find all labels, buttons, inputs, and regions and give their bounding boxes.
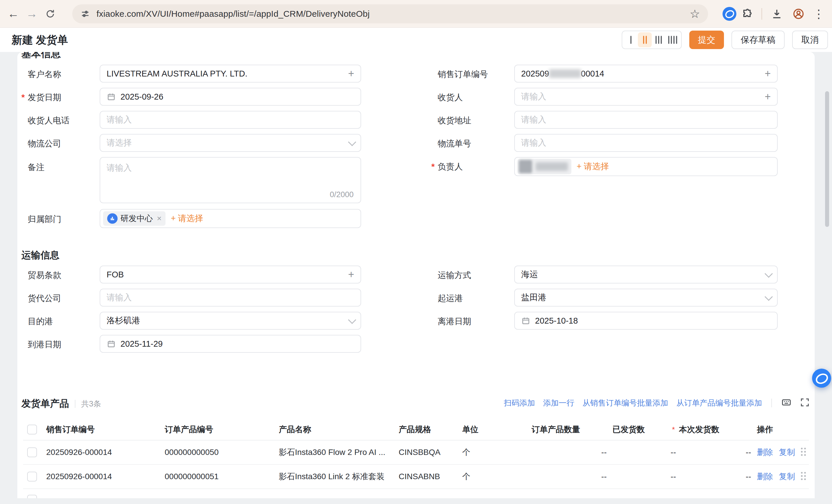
back-arrow-icon[interactable]: ← <box>4 5 23 23</box>
add-row-link[interactable]: 添加一行 <box>543 398 574 408</box>
cell-order-qty: -- <box>601 472 607 481</box>
row-delete-link[interactable]: 删除 <box>757 471 773 482</box>
destination-port-label: 目的港 <box>28 316 53 327</box>
drag-handle-icon[interactable] <box>800 471 807 482</box>
trade-terms-value: FOB <box>107 270 124 279</box>
drag-handle-icon[interactable] <box>800 447 807 458</box>
layout-three-column[interactable] <box>652 32 666 47</box>
menu-kebab-icon[interactable]: ⋮ <box>809 4 829 24</box>
layout-two-column[interactable] <box>638 32 652 47</box>
url-text[interactable]: fxiaoke.com/XV/UI/Home#paasapp/list/=/ap… <box>97 9 690 19</box>
layout-column-toggle[interactable] <box>622 31 682 49</box>
section-products-title: 发货单产品 <box>21 397 69 410</box>
cell-shipped-qty: -- <box>671 472 676 481</box>
row-delete-link[interactable]: 删除 <box>757 447 773 458</box>
products-table: 销售订单编号 订单产品编号 产品名称 产品规格 单位 订单产品数量 已发货数 *… <box>23 419 809 498</box>
sales-order-field[interactable]: 20250900014 + <box>514 65 778 83</box>
batch-by-sales-order-link[interactable]: 从销售订单编号批量添加 <box>582 398 668 408</box>
cancel-button[interactable]: 取消 <box>792 31 828 49</box>
cell-unit: 个 <box>462 447 470 458</box>
eta-field[interactable]: 2025-11-29 <box>100 335 361 353</box>
transport-mode-value: 海运 <box>521 269 538 280</box>
trade-terms-field[interactable]: FOB + <box>100 265 361 283</box>
departure-port-label: 起运港 <box>438 293 463 304</box>
sales-order-lookup-plus-icon[interactable]: + <box>765 68 771 79</box>
owner-tag[interactable] <box>518 159 571 174</box>
owner-field[interactable]: + 请选择 <box>514 157 778 176</box>
row-copy-link[interactable]: 复制 <box>779 471 795 482</box>
cell-sales-order-no: 20250926-000014 <box>46 472 112 481</box>
scan-add-link[interactable]: 扫码添加 <box>504 398 535 408</box>
transport-mode-select[interactable]: 海运 <box>514 265 778 283</box>
logistics-no-field[interactable]: 请输入 <box>514 134 778 152</box>
sales-order-redacted <box>549 69 581 78</box>
cell-order-product-no: 000000000050 <box>165 448 219 457</box>
submit-button[interactable]: 提交 <box>689 31 724 49</box>
customer-name-field[interactable]: LIVESTREAM AUSTRALIA PTY. LTD. + <box>100 65 361 83</box>
layout-one-column[interactable] <box>624 32 638 47</box>
logistics-company-placeholder: 请选择 <box>107 137 132 149</box>
consignee-lookup-plus-icon[interactable]: + <box>765 91 771 102</box>
consignee-phone-label: 收货人电话 <box>28 115 70 127</box>
etd-label: 离港日期 <box>438 316 471 327</box>
department-field[interactable]: 研发中心 × + 请选择 <box>100 209 361 228</box>
fxiaoke-assistant-fab[interactable] <box>812 369 831 388</box>
extensions-puzzle-icon[interactable] <box>737 4 756 24</box>
customer-name-label: 客户名称 <box>28 69 61 80</box>
bookmark-star-icon[interactable]: ☆ <box>690 7 700 21</box>
row-copy-link[interactable]: 复制 <box>779 447 795 458</box>
ship-address-field[interactable]: 请输入 <box>514 111 778 129</box>
batch-by-order-product-link[interactable]: 从订单产品编号批量添加 <box>676 398 762 408</box>
department-remove-icon[interactable]: × <box>157 214 161 223</box>
consignee-phone-field[interactable]: 请输入 <box>100 111 361 129</box>
eta-value: 2025-11-29 <box>121 339 163 349</box>
trade-terms-lookup-plus-icon[interactable]: + <box>348 269 354 280</box>
etd-value: 2025-10-18 <box>535 316 578 326</box>
products-count: 共3条 <box>81 399 101 409</box>
chevron-down-icon <box>765 270 773 278</box>
row-checkbox[interactable] <box>27 472 37 481</box>
department-label: 归属部门 <box>28 214 61 225</box>
departure-port-select[interactable]: 盐田港 <box>514 289 778 307</box>
owner-select-link[interactable]: + 请选择 <box>577 161 609 172</box>
department-tag[interactable]: 研发中心 × <box>103 211 165 226</box>
chevron-down-icon <box>348 316 356 324</box>
browser-toolbar: ← → fxiaoke.com/XV/UI/Home#paasapp/list/… <box>0 0 832 28</box>
download-icon[interactable] <box>767 4 787 24</box>
consignee-field[interactable]: 请输入 + <box>514 88 778 106</box>
department-select-link[interactable]: + 请选择 <box>171 213 203 224</box>
customer-lookup-plus-icon[interactable]: + <box>348 68 354 79</box>
logistics-no-label: 物流单号 <box>438 138 471 149</box>
forward-arrow-icon[interactable]: → <box>23 5 41 23</box>
select-all-checkbox[interactable] <box>27 425 37 435</box>
save-draft-button[interactable]: 保存草稿 <box>731 31 785 49</box>
section-basic-info-clipped: 基本信息 <box>21 52 61 58</box>
fullscreen-icon[interactable] <box>800 397 810 409</box>
logistics-company-select[interactable]: 请选择 <box>100 134 361 152</box>
header-product-name: 产品名称 <box>279 424 311 435</box>
this-qty-required-mark: * <box>672 425 675 434</box>
table-row: 20250926-000014 000000000051 影石Insta360 … <box>23 465 809 489</box>
header-this-shipment-qty: 本次发货数 <box>679 424 719 435</box>
etd-field[interactable]: 2025-10-18 <box>514 312 778 330</box>
fxiaoke-extension-icon[interactable] <box>720 4 739 24</box>
vertical-scrollbar-thumb[interactable] <box>825 91 829 227</box>
ship-date-field[interactable]: 2025-09-26 <box>100 88 361 106</box>
reload-icon[interactable] <box>41 5 59 23</box>
sales-order-label: 销售订单编号 <box>438 69 488 80</box>
row-checkbox[interactable] <box>27 447 37 457</box>
header-unit: 单位 <box>462 424 478 435</box>
profile-avatar-icon[interactable] <box>789 4 808 24</box>
keyboard-shortcuts-icon[interactable] <box>781 397 791 409</box>
row-checkbox[interactable] <box>27 495 37 498</box>
customer-name-value: LIVESTREAM AUSTRALIA PTY. LTD. <box>107 69 247 79</box>
url-bar[interactable]: fxiaoke.com/XV/UI/Home#paasapp/list/=/ap… <box>72 4 708 23</box>
actions-divider <box>771 399 772 407</box>
chevron-down-icon <box>765 293 773 301</box>
table-header-row: 销售订单编号 订单产品编号 产品名称 产品规格 单位 订单产品数量 已发货数 *… <box>23 419 809 441</box>
site-settings-icon[interactable] <box>80 9 90 19</box>
forwarder-field[interactable]: 请输入 <box>100 289 361 307</box>
destination-port-select[interactable]: 洛杉矶港 <box>100 312 361 330</box>
remark-textarea[interactable]: 请输入 0/2000 <box>100 157 361 203</box>
layout-four-column[interactable] <box>666 32 679 47</box>
